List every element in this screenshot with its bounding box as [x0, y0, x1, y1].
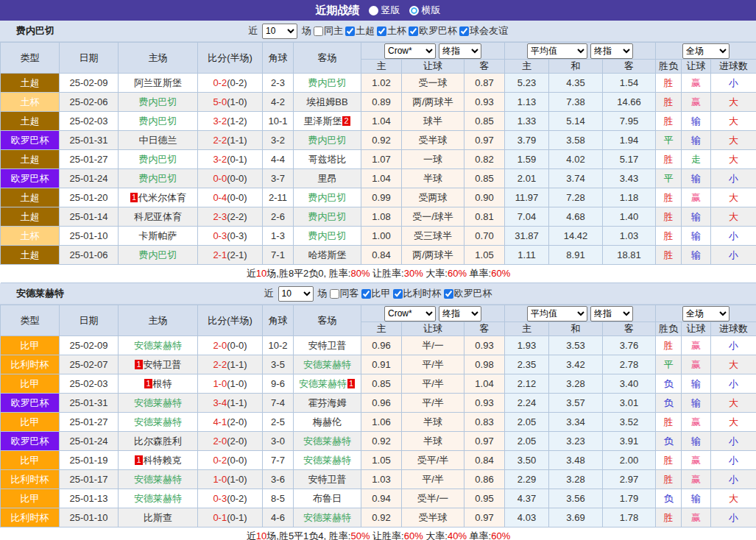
league-checkbox[interactable] [409, 26, 418, 36]
match-date: 25-01-24 [60, 432, 119, 451]
odds-home: 0.91 [361, 355, 402, 374]
league-checkbox[interactable] [361, 289, 371, 299]
result-handicap: 输 [682, 246, 711, 265]
avg-stage-select[interactable]: 终指 [590, 306, 633, 321]
match-row: 欧罗巴杯 25-01-31 中日德兰 2-2(1-1) 3-2 费内巴切 0.9… [1, 131, 756, 150]
bookmaker-select[interactable]: Crow* [384, 306, 436, 321]
away-team: 费内巴切 [294, 188, 361, 207]
same-venue-checkbox[interactable] [314, 26, 323, 36]
odds-home: 0.96 [361, 394, 402, 413]
match-date: 25-01-14 [60, 207, 119, 227]
result-outcome: 平 [656, 169, 682, 188]
col-date: 日期 [60, 43, 119, 74]
same-venue-checkbox[interactable] [330, 289, 339, 299]
avg-home: 7.04 [505, 207, 549, 227]
odds-home: 0.84 [361, 246, 402, 265]
page-title: 近期战绩 [316, 4, 360, 18]
avg-home: 4.37 [505, 489, 549, 508]
league-option[interactable]: 比甲 [361, 287, 391, 300]
corner-cell: 7-4 [263, 394, 294, 413]
result-goals: 大 [711, 413, 756, 432]
match-date: 25-01-31 [60, 394, 119, 413]
odds-stage-select[interactable]: 终指 [439, 43, 481, 59]
avg-away: 1.18 [603, 188, 656, 207]
league-checkbox[interactable] [345, 26, 355, 36]
col-result-goals: 进球数 [711, 60, 756, 74]
avg-draw: 7.28 [549, 188, 603, 207]
score-cell: 0-3(0-3) [198, 227, 263, 246]
average-select[interactable]: 平均值 [527, 43, 587, 59]
odds-handicap: 受两球 [402, 188, 464, 207]
red-card-badge: 1 [135, 455, 142, 465]
match-row: 比甲 25-01-27 安德莱赫特 4-1(2-0) 2-5 梅赫伦 1.06 … [1, 413, 756, 432]
radio-selected-icon[interactable] [369, 6, 378, 15]
odds-away: 0.81 [464, 207, 505, 227]
corner-cell: 2-6 [263, 207, 294, 227]
avg-draw: 3.28 [549, 470, 603, 489]
result-handicap: 输 [682, 227, 711, 246]
full-time-score: 2-3 [213, 211, 227, 222]
layout-radio-vertical[interactable]: 竖版 [369, 4, 400, 17]
corner-cell: 3-0 [263, 432, 294, 451]
home-team: 费内巴切 [119, 169, 198, 188]
odds-home: 1.04 [361, 112, 402, 131]
competition-badge: 土超 [1, 150, 60, 169]
league-checkbox[interactable] [459, 26, 469, 36]
league-option[interactable]: 欧罗巴杯 [444, 287, 492, 300]
odds-away: 0.85 [464, 169, 505, 188]
avg-away: 1.94 [603, 131, 656, 150]
odds-handicap: 平/半 [402, 470, 464, 489]
scope-select[interactable]: 全场 [682, 306, 729, 321]
result-goals: 小 [711, 508, 756, 527]
summary-row: 近10场,胜5平1负4, 胜率:50% 让胜率:60% 大率:40% 单率:60… [1, 527, 756, 540]
score-cell: 3-4(1-1) [198, 394, 263, 413]
col-date: 日期 [60, 305, 119, 336]
odds-handicap: 平/半 [402, 374, 464, 394]
result-handicap: 赢 [682, 413, 711, 432]
red-card-badge: 1 [135, 360, 142, 369]
team-name: 费内巴切 [16, 24, 54, 38]
col-odds-away: 客 [464, 322, 505, 336]
avg-away: 1.78 [603, 508, 656, 527]
league-checkbox[interactable] [377, 26, 386, 36]
bookmaker-select[interactable]: Crow* [384, 43, 436, 59]
layout-radio-horizontal[interactable]: 横版 [409, 4, 441, 17]
same-venue-option[interactable]: 同主 [314, 24, 343, 38]
col-corner: 角球 [263, 305, 294, 336]
league-option[interactable]: 比利时杯 [393, 287, 442, 300]
half-time-score: (2-2) [227, 211, 247, 222]
league-option[interactable]: 土超 [345, 24, 375, 38]
full-time-score: 1-0 [213, 474, 227, 485]
match-row: 比甲 25-02-03 1根特 1-0(1-0) 9-6 安德莱赫特1 0.85… [1, 374, 756, 394]
league-checkbox[interactable] [393, 289, 403, 299]
avg-home: 1.13 [505, 93, 549, 112]
league-checkbox[interactable] [444, 289, 453, 299]
match-count-select[interactable]: 10 [262, 24, 297, 39]
competition-badge: 欧罗巴杯 [1, 131, 60, 150]
radio-unselected-icon[interactable] [409, 6, 419, 15]
result-goals: 大 [711, 93, 756, 112]
league-option[interactable]: 土杯 [377, 24, 406, 38]
odds-home: 0.96 [361, 336, 402, 355]
sections-container: 费内巴切 近 10 场 同主 土超土杯欧罗巴杯球会友谊 类型 日期 主场 比分(… [0, 21, 756, 540]
avg-away: 3.76 [603, 336, 656, 355]
competition-badge: 土超 [1, 246, 60, 265]
col-result-outcome: 胜负 [656, 322, 682, 336]
odds-stage-select[interactable]: 终指 [439, 306, 481, 321]
league-option[interactable]: 球会友谊 [459, 24, 508, 38]
avg-away: 2.00 [603, 451, 656, 470]
col-result-handicap: 让球 [682, 322, 711, 336]
match-row: 土杯 25-01-10 卡斯帕萨 0-3(0-3) 1-3 费内巴切 1.00 … [1, 227, 756, 246]
match-count-select[interactable]: 10 [278, 286, 314, 302]
col-corner: 角球 [263, 43, 294, 74]
home-team: 费内巴切 [119, 246, 198, 265]
scope-select[interactable]: 全场 [682, 43, 729, 59]
league-option[interactable]: 欧罗巴杯 [409, 24, 457, 38]
result-handicap: 输 [682, 432, 711, 451]
corner-cell: 3-2 [263, 131, 294, 150]
avg-draw: 3.69 [549, 508, 603, 527]
corner-cell: 3-7 [263, 169, 294, 188]
average-select[interactable]: 平均值 [527, 306, 587, 321]
avg-stage-select[interactable]: 终指 [590, 43, 633, 59]
same-venue-option[interactable]: 同客 [330, 287, 359, 300]
